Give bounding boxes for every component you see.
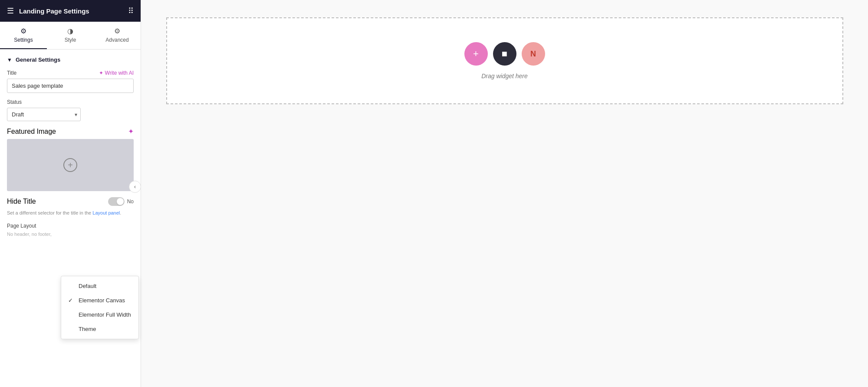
dropdown-check-elementor-canvas: ✓ xyxy=(68,297,75,304)
general-settings-section: ▼ General Settings xyxy=(7,56,134,63)
dropdown-menu: Default ✓ Elementor Canvas Elementor Ful… xyxy=(61,276,139,339)
page-layout-field-row: Page Layout No header, no footer, xyxy=(7,223,134,237)
footer-note-text: No header, no footer, xyxy=(7,232,134,237)
image-upload-plus-icon: + xyxy=(63,158,77,172)
featured-image-label: Featured Image xyxy=(7,128,56,136)
featured-image-header: Featured Image ✦ xyxy=(7,127,134,136)
general-settings-label: General Settings xyxy=(16,56,60,63)
dropdown-check-elementor-full-width xyxy=(68,311,75,318)
advanced-tab-label: Advanced xyxy=(105,37,128,43)
dropdown-label-default: Default xyxy=(79,283,96,289)
status-select-wrapper: Draft Published Pending ▾ xyxy=(7,108,81,121)
status-label: Status xyxy=(7,99,134,105)
dropdown-check-theme xyxy=(68,326,75,332)
sidebar-header-left: ☰ Landing Page Settings xyxy=(7,6,89,16)
tab-advanced[interactable]: ⚙ Advanced xyxy=(94,22,141,49)
sidebar-collapse-button[interactable]: ‹ xyxy=(129,181,141,193)
featured-image-ai-icon[interactable]: ✦ xyxy=(128,127,134,136)
settings-tab-label: Settings xyxy=(14,37,33,43)
canvas-drop-zone[interactable]: + ■ N Drag widget here xyxy=(166,17,843,104)
grid-icon[interactable]: ⠿ xyxy=(128,6,134,16)
hide-title-label: Hide Title xyxy=(7,198,36,205)
main-canvas: + ■ N Drag widget here xyxy=(141,0,868,387)
dropdown-label-theme: Theme xyxy=(79,326,96,332)
settings-tab-icon: ⚙ xyxy=(20,27,26,35)
style-tab-icon: ◑ xyxy=(67,27,73,35)
helper-text: Set a different selector for the title i… xyxy=(7,209,134,217)
write-with-ai-button[interactable]: ✦ Write with AI xyxy=(99,70,134,76)
title-input[interactable] xyxy=(7,79,134,93)
layout-panel-link[interactable]: Layout panel xyxy=(92,210,120,215)
stop-icon[interactable]: ■ xyxy=(493,42,516,66)
title-label-row: Title ✦ Write with AI xyxy=(7,70,134,76)
dropdown-item-elementor-canvas[interactable]: ✓ Elementor Canvas xyxy=(61,293,138,308)
hide-title-toggle-container: No xyxy=(108,197,134,206)
advanced-tab-icon: ⚙ xyxy=(114,27,120,35)
hide-title-row: Hide Title No xyxy=(7,197,134,206)
helper-text-after: . xyxy=(120,210,121,215)
dropdown-item-default[interactable]: Default xyxy=(61,279,138,293)
title-label: Title xyxy=(7,70,16,76)
hamburger-icon[interactable]: ☰ xyxy=(7,6,14,16)
helper-text-before: Set a different selector for the title i… xyxy=(7,210,92,215)
dropdown-item-theme[interactable]: Theme xyxy=(61,322,138,336)
page-layout-label: Page Layout xyxy=(7,223,134,229)
page-title: Landing Page Settings xyxy=(19,7,89,15)
style-tab-label: Style xyxy=(65,37,76,43)
drag-widget-label: Drag widget here xyxy=(481,73,528,79)
dropdown-item-elementor-full-width[interactable]: Elementor Full Width xyxy=(61,308,138,322)
toggle-no-label: No xyxy=(127,198,134,205)
dropdown-label-elementor-canvas: Elementor Canvas xyxy=(79,297,125,304)
tabs-container: ⚙ Settings ◑ Style ⚙ Advanced xyxy=(0,22,141,50)
title-field-row: Title ✦ Write with AI xyxy=(7,70,134,93)
hide-title-toggle[interactable] xyxy=(108,197,125,206)
add-widget-icon[interactable]: + xyxy=(464,42,488,66)
status-field-row: Status Draft Published Pending ▾ xyxy=(7,99,134,121)
dropdown-check-default xyxy=(68,283,75,289)
status-select[interactable]: Draft Published Pending xyxy=(7,108,81,121)
dropdown-label-elementor-full-width: Elementor Full Width xyxy=(79,311,131,318)
section-collapse-arrow[interactable]: ▼ xyxy=(7,57,12,63)
sidebar-header: ☰ Landing Page Settings ⠿ xyxy=(0,0,141,22)
tab-settings[interactable]: ⚙ Settings xyxy=(0,22,47,49)
featured-image-upload[interactable]: + xyxy=(7,139,134,191)
news-icon[interactable]: N xyxy=(522,42,545,66)
tab-style[interactable]: ◑ Style xyxy=(47,22,94,49)
canvas-icons-row: + ■ N xyxy=(464,42,545,66)
featured-image-field-row: Featured Image ✦ + xyxy=(7,127,134,191)
toggle-knob xyxy=(117,198,124,205)
